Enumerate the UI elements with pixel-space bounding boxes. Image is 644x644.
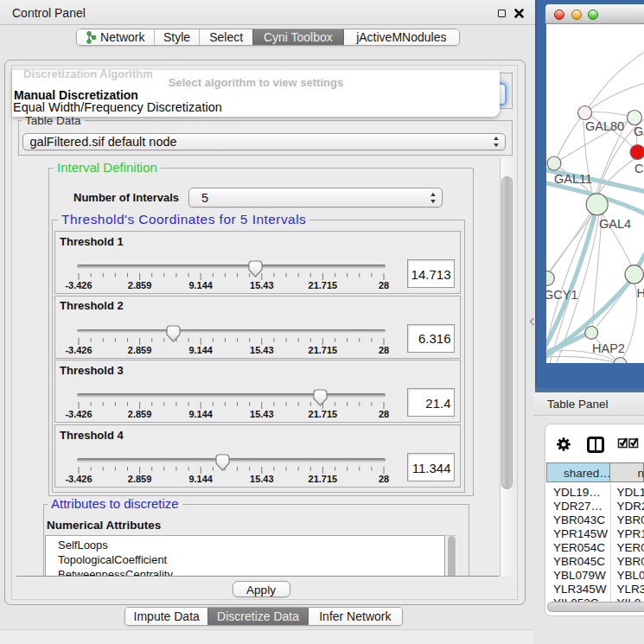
- svg-text:C: C: [634, 162, 643, 175]
- svg-text:GCY1: GCY1: [546, 288, 578, 302]
- svg-text:HAP2: HAP2: [592, 341, 625, 355]
- svg-text:GAL11: GAL11: [554, 172, 592, 186]
- svg-text:GAL4: GAL4: [599, 217, 631, 231]
- svg-text:GA: GA: [634, 124, 644, 138]
- svg-text:GAL80: GAL80: [585, 119, 624, 133]
- svg-text:H: H: [637, 286, 644, 300]
